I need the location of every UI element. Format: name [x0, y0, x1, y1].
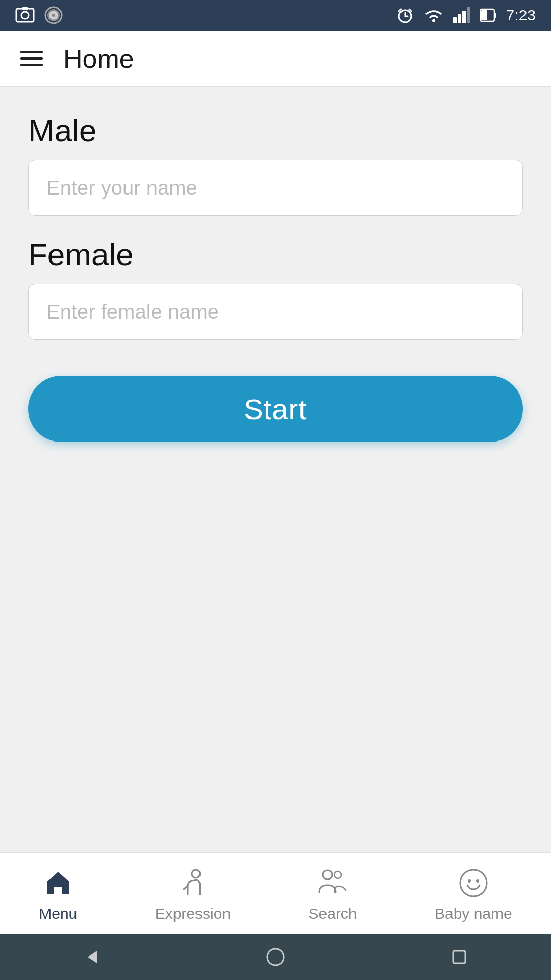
- baby-icon: [456, 865, 491, 901]
- signal-icon: [453, 7, 470, 23]
- svg-rect-2: [22, 7, 28, 10]
- svg-point-12: [432, 19, 435, 22]
- system-nav-bar: [0, 934, 551, 980]
- page-title: Home: [63, 43, 134, 74]
- male-name-input[interactable]: [28, 160, 523, 216]
- female-section: Female: [28, 236, 523, 360]
- svg-point-22: [323, 870, 332, 879]
- photo-icon: [15, 6, 35, 25]
- female-name-input[interactable]: [28, 284, 523, 340]
- svg-line-11: [409, 9, 411, 11]
- svg-rect-16: [467, 7, 470, 23]
- back-button[interactable]: [77, 942, 107, 972]
- nav-label-menu: Menu: [39, 905, 77, 922]
- svg-point-6: [52, 14, 55, 17]
- bottom-nav: Menu Expression Search: [0, 852, 551, 934]
- status-bar: 7:23: [0, 0, 551, 31]
- battery-icon: [480, 7, 497, 23]
- status-bar-left: [15, 6, 63, 25]
- svg-rect-13: [453, 17, 457, 23]
- status-bar-right: 7:23: [396, 6, 536, 24]
- header: Home: [0, 31, 551, 87]
- main-content: Male Female Start: [0, 87, 551, 852]
- nav-item-menu[interactable]: Menu: [29, 860, 87, 927]
- svg-point-1: [21, 12, 29, 19]
- nav-label-baby-name: Baby name: [435, 905, 512, 922]
- svg-rect-15: [462, 11, 466, 23]
- settings-icon: [44, 6, 63, 25]
- search-nav-icon: [315, 865, 350, 901]
- svg-rect-18: [494, 13, 496, 18]
- svg-point-24: [460, 870, 487, 896]
- male-section: Male: [28, 112, 523, 236]
- svg-point-26: [476, 879, 479, 883]
- svg-rect-29: [453, 951, 465, 963]
- start-button[interactable]: Start: [28, 376, 523, 442]
- nav-item-search[interactable]: Search: [298, 860, 367, 927]
- svg-point-25: [468, 879, 471, 883]
- nav-label-expression: Expression: [155, 905, 231, 922]
- recents-button[interactable]: [444, 942, 474, 972]
- wifi-icon: [423, 7, 444, 23]
- nav-item-baby-name[interactable]: Baby name: [424, 860, 522, 927]
- svg-point-23: [334, 871, 341, 878]
- expression-icon: [175, 865, 211, 901]
- home-button[interactable]: [260, 942, 291, 972]
- svg-point-28: [267, 949, 284, 965]
- home-icon: [40, 865, 76, 901]
- nav-item-expression[interactable]: Expression: [145, 860, 241, 927]
- svg-rect-0: [16, 9, 34, 22]
- female-label: Female: [28, 236, 523, 273]
- svg-rect-14: [458, 14, 461, 23]
- time-display: 7:23: [506, 7, 536, 24]
- nav-label-search: Search: [309, 905, 357, 922]
- svg-point-21: [192, 870, 200, 878]
- svg-marker-27: [88, 951, 97, 963]
- svg-line-10: [399, 9, 401, 11]
- svg-rect-19: [481, 10, 487, 20]
- male-label: Male: [28, 112, 523, 149]
- hamburger-menu-button[interactable]: [20, 51, 43, 66]
- alarm-icon: [396, 6, 414, 24]
